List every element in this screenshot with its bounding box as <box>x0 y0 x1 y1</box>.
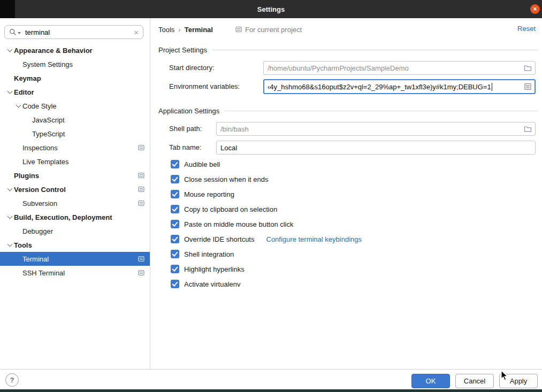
tab-name-field[interactable]: Local <box>216 141 536 155</box>
checkbox-list: Audible bell Close session when it ends … <box>171 157 536 291</box>
desktop-strip <box>0 389 542 392</box>
settings-result-icon <box>138 186 144 193</box>
checkbox-row-shell-integration[interactable]: Shell integration <box>171 247 536 262</box>
separator-line <box>225 111 538 111</box>
sidebar-item-ssh-terminal[interactable]: SSH Terminal <box>0 266 150 280</box>
breadcrumb-tools[interactable]: Tools <box>158 26 174 34</box>
env-vars-editor-icon[interactable] <box>524 83 531 90</box>
tab-name-label: Tab name: <box>169 141 202 155</box>
tree-item-label: Terminal <box>22 255 49 263</box>
checkbox-row-highlight-hyperlinks[interactable]: Highlight hyperlinks <box>171 262 536 276</box>
checkbox-label: Activate virtualenv <box>184 280 241 288</box>
checkbox-label: Mouse reporting <box>184 190 234 198</box>
breadcrumb: Tools › Terminal For current project <box>158 25 302 34</box>
tree-item-label: TypeScript <box>32 130 65 138</box>
current-project-icon <box>235 26 242 33</box>
chevron-down-icon[interactable] <box>14 105 22 107</box>
footer-buttons: OK Cancel Apply <box>411 374 538 388</box>
sidebar-item-terminal[interactable]: Terminal <box>0 252 150 266</box>
sidebar-item-javascript[interactable]: JavaScript <box>0 113 150 127</box>
search-input[interactable] <box>24 28 134 37</box>
sidebar-item-subversion[interactable]: Subversion <box>0 196 150 210</box>
environment-variables-field[interactable]: ‹4y_hshmo68&s16oput$z2v+ql=2_29%ap+_tw1x… <box>263 79 536 94</box>
tree-item-label: Live Templates <box>22 158 68 166</box>
sidebar-item-keymap[interactable]: Keymap <box>0 71 150 85</box>
text-caret <box>492 83 492 91</box>
checkbox-label: Paste on middle mouse button click <box>184 220 294 228</box>
close-icon[interactable]: × <box>530 4 540 14</box>
checkbox-checked-icon[interactable] <box>171 160 179 168</box>
checkbox-label: Close session when it ends <box>184 175 269 183</box>
checkbox-checked-icon[interactable] <box>171 190 179 198</box>
checkbox-row-close-session[interactable]: Close session when it ends <box>171 172 536 187</box>
tree-item-label: SSH Terminal <box>22 269 65 277</box>
settings-sidebar: × Appearance & Behavior System Settings … <box>0 18 150 369</box>
folder-icon[interactable] <box>524 65 532 72</box>
sidebar-item-inspections[interactable]: Inspections <box>0 141 150 155</box>
checkbox-row-override-ide-shortcuts[interactable]: Override IDE shortcutsConfigure terminal… <box>171 232 536 247</box>
checkbox-checked-icon[interactable] <box>171 205 179 213</box>
settings-result-icon <box>138 172 144 179</box>
sidebar-item-version-control[interactable]: Version Control <box>0 182 150 196</box>
separator-line <box>212 50 538 50</box>
checkbox-label: Highlight hyperlinks <box>184 265 245 273</box>
section-title: Project Settings <box>158 46 207 54</box>
tree-item-label: Inspections <box>22 144 58 152</box>
clear-search-icon[interactable]: × <box>134 28 139 36</box>
sidebar-item-typescript[interactable]: TypeScript <box>0 127 150 141</box>
sidebar-item-live-templates[interactable]: Live Templates <box>0 155 150 168</box>
chevron-down-icon[interactable] <box>5 188 14 190</box>
sidebar-item-tools[interactable]: Tools <box>0 238 150 252</box>
tree-item-label: Keymap <box>14 74 41 82</box>
sidebar-item-debugger[interactable]: Debugger <box>0 224 150 238</box>
tree-item-label: Plugins <box>14 172 39 180</box>
tree-item-label: Appearance & Behavior <box>14 47 93 55</box>
environment-variables-label: Environment variables: <box>169 80 240 94</box>
checkbox-row-copy-to-clipboard[interactable]: Copy to clipboard on selection <box>171 202 536 217</box>
sidebar-item-system-settings[interactable]: System Settings <box>0 57 150 71</box>
checkbox-row-mouse-reporting[interactable]: Mouse reporting <box>171 187 536 202</box>
start-directory-field[interactable]: /home/ubuntu/PycharmProjects/SampleDemo <box>263 61 536 75</box>
project-settings-separator: Project Settings <box>158 45 538 54</box>
checkbox-row-paste-middle-click[interactable]: Paste on middle mouse button click <box>171 217 536 232</box>
sidebar-item-editor[interactable]: Editor <box>0 85 150 99</box>
checkbox-checked-icon[interactable] <box>171 220 179 228</box>
tree-item-label: System Settings <box>22 60 73 68</box>
checkbox-checked-icon[interactable] <box>171 250 179 258</box>
chevron-down-icon[interactable] <box>5 49 14 51</box>
settings-search-box[interactable]: × <box>4 25 143 39</box>
checkbox-checked-icon[interactable] <box>171 235 179 243</box>
apply-button[interactable]: Apply <box>499 374 538 388</box>
checkbox-checked-icon[interactable] <box>171 265 179 273</box>
settings-tree: Appearance & Behavior System Settings Ke… <box>0 43 150 280</box>
dialog-footer: ? OK Cancel Apply <box>0 369 542 389</box>
sidebar-item-plugins[interactable]: Plugins <box>0 168 150 182</box>
help-icon[interactable]: ? <box>5 373 19 387</box>
reset-link[interactable]: Reset <box>517 25 536 33</box>
settings-result-icon <box>138 256 144 262</box>
ok-button[interactable]: OK <box>411 374 450 388</box>
chevron-down-icon[interactable] <box>5 216 14 218</box>
chevron-down-icon[interactable] <box>5 91 14 93</box>
sidebar-item-build-execution-deployment[interactable]: Build, Execution, Deployment <box>0 210 150 224</box>
chevron-down-icon[interactable] <box>5 244 14 246</box>
checkbox-checked-icon[interactable] <box>171 175 179 183</box>
checkbox-checked-icon[interactable] <box>171 280 179 288</box>
checkbox-row-audible-bell[interactable]: Audible bell <box>171 157 536 172</box>
sidebar-item-appearance-behavior[interactable]: Appearance & Behavior <box>0 43 150 57</box>
tree-item-label: Subversion <box>22 199 57 207</box>
checkbox-label: Shell integration <box>184 250 234 258</box>
search-icon <box>9 28 17 36</box>
settings-dialog: Settings × × Appearance & Behavior Syste… <box>0 0 542 392</box>
application-settings-separator: Application Settings <box>158 106 538 115</box>
sidebar-item-code-style[interactable]: Code Style <box>0 99 150 113</box>
configure-keybindings-link[interactable]: Configure terminal keybindings <box>266 235 362 243</box>
checkbox-row-activate-virtualenv[interactable]: Activate virtualenv <box>171 276 536 291</box>
search-history-caret-icon[interactable] <box>18 32 21 34</box>
cancel-button[interactable]: Cancel <box>455 374 494 388</box>
shell-path-field[interactable]: /bin/bash <box>216 122 536 136</box>
folder-icon[interactable] <box>524 126 532 133</box>
section-title: Application Settings <box>158 107 219 115</box>
tree-item-label: Debugger <box>22 227 53 235</box>
shell-path-label: Shell path: <box>169 122 202 136</box>
